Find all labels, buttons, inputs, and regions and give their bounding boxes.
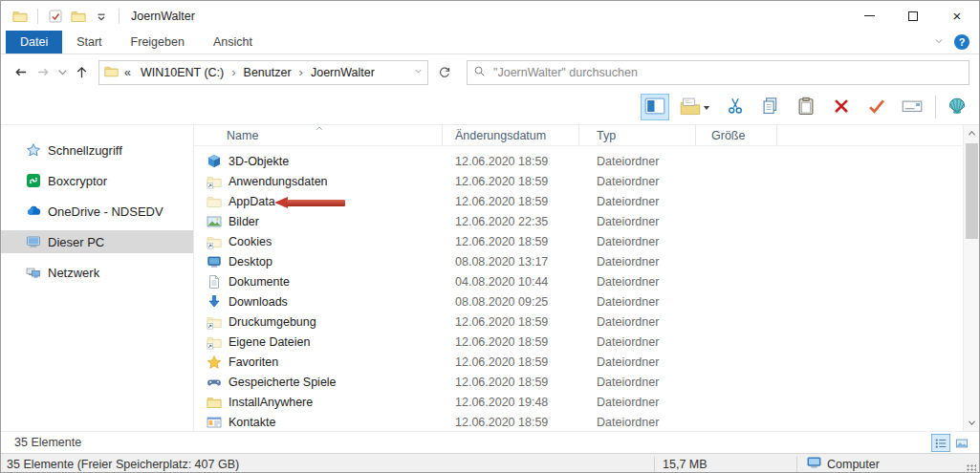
file-row[interactable]: Desktop08.08.2020 13:17Dateiordner xyxy=(194,251,979,271)
sidebar-item-onedrive[interactable]: OneDrive - NDSEDV xyxy=(1,200,193,223)
file-name-cell[interactable]: Bilder xyxy=(194,214,443,229)
search-input[interactable] xyxy=(493,66,963,79)
file-type: Dateiordner xyxy=(579,315,696,329)
objects3d-icon xyxy=(207,154,222,169)
file-row[interactable]: Eigene Dateien12.06.2020 18:59Dateiordne… xyxy=(194,332,979,352)
file-row[interactable]: Anwendungsdaten12.06.2020 18:59Dateiordn… xyxy=(194,171,979,191)
minimize-button[interactable] xyxy=(847,1,891,31)
file-date: 12.06.2020 18:59 xyxy=(443,335,579,349)
details-view-button[interactable] xyxy=(931,434,950,452)
column-header-date[interactable]: Änderungsdatum xyxy=(443,125,579,145)
tab-freigeben[interactable]: Freigeben xyxy=(117,31,199,54)
breadcrumb-item[interactable]: JoernWalter xyxy=(307,66,379,79)
file-row[interactable]: Cookies12.06.2020 18:59Dateiordner xyxy=(194,231,979,251)
file-row[interactable]: Downloads08.08.2020 09:25Dateiordner xyxy=(194,291,979,312)
breadcrumb-separator[interactable]: › xyxy=(295,65,307,79)
rename-button[interactable] xyxy=(898,94,926,120)
file-row[interactable]: 3D-Objekte12.06.2020 18:59Dateiordner xyxy=(194,151,979,171)
file-row[interactable]: Favoriten12.06.2020 18:59Dateiordner xyxy=(194,352,979,372)
classic-shell-button[interactable] xyxy=(943,94,971,120)
dropdown-chevron-icon[interactable] xyxy=(703,100,710,114)
file-name-cell[interactable]: Eigene Dateien xyxy=(194,334,443,350)
minimize-icon xyxy=(864,15,875,16)
breadcrumb-overflow[interactable]: « xyxy=(124,66,131,79)
file-name-cell[interactable]: Gespeicherte Spiele xyxy=(194,375,443,390)
new-folder-qat-icon[interactable] xyxy=(70,8,87,25)
tab-start[interactable]: Start xyxy=(62,31,116,54)
address-dropdown-chevron-icon[interactable] xyxy=(413,66,424,79)
rename-icon xyxy=(902,97,923,118)
file-date: 12.06.2020 18:59 xyxy=(443,315,579,329)
breadcrumb-item[interactable]: WIN10ENT (C:) xyxy=(137,66,228,79)
file-row[interactable]: Kontakte12.06.2020 18:59Dateiordner xyxy=(194,412,979,432)
file-name: 3D-Objekte xyxy=(229,155,289,168)
qat-customize-chevron-icon[interactable] xyxy=(93,8,110,25)
file-name: Kontakte xyxy=(229,416,275,429)
file-row[interactable]: Dokumente04.08.2020 10:44Dateiordner xyxy=(194,271,979,291)
back-button[interactable] xyxy=(9,61,32,84)
app-folder-icon xyxy=(11,8,29,25)
large-icons-view-button[interactable] xyxy=(952,434,971,452)
file-type: Dateiordner xyxy=(579,376,696,389)
delete-button[interactable] xyxy=(827,94,856,120)
scroll-down-arrow[interactable] xyxy=(964,415,980,431)
breadcrumb-separator[interactable]: › xyxy=(228,65,239,79)
file-name-cell[interactable]: Downloads xyxy=(194,294,443,310)
file-date: 12.06.2020 19:48 xyxy=(443,396,579,409)
tab-ansicht[interactable]: Ansicht xyxy=(199,31,267,54)
file-row[interactable]: Bilder12.06.2020 22:35Dateiordner xyxy=(194,211,979,231)
file-name: Desktop xyxy=(229,255,272,269)
file-name-cell[interactable]: Druckumgebung xyxy=(194,314,443,330)
file-name-cell[interactable]: Favoriten xyxy=(194,355,443,370)
file-name-cell[interactable]: InstallAnywhere xyxy=(194,395,443,410)
help-button[interactable]: ? xyxy=(954,34,969,50)
sidebar-item-boxcryptor[interactable]: Boxcryptor xyxy=(1,169,193,192)
sidebar-item-network[interactable]: Netzwerk xyxy=(1,261,193,284)
file-row[interactable]: Druckumgebung12.06.2020 18:59Dateiordner xyxy=(194,312,979,332)
file-name-cell[interactable]: Anwendungsdaten xyxy=(194,174,443,189)
cut-button[interactable] xyxy=(721,94,750,120)
paste-button[interactable] xyxy=(792,94,820,120)
search-icon xyxy=(473,65,486,80)
paste-icon xyxy=(795,97,817,118)
sidebar-item-label: Boxcryptor xyxy=(48,174,107,188)
properties-check-icon[interactable] xyxy=(47,8,64,25)
sidebar-item-quick-access[interactable]: Schnellzugriff xyxy=(1,139,193,161)
vertical-scrollbar[interactable] xyxy=(963,125,979,431)
scrollbar-thumb[interactable] xyxy=(966,143,978,239)
close-button[interactable]: × xyxy=(935,1,979,31)
file-name-cell[interactable]: Desktop xyxy=(194,254,443,269)
column-header-type[interactable]: Typ xyxy=(579,125,696,145)
refresh-button[interactable] xyxy=(432,60,457,85)
sidebar-item-this-pc[interactable]: Dieser PC xyxy=(1,230,193,253)
file-type: Dateiordner xyxy=(579,295,696,309)
sidebar-item-label: Schnellzugriff xyxy=(48,143,122,158)
file-name-cell[interactable]: Dokumente xyxy=(194,274,443,290)
copy-icon xyxy=(760,97,781,118)
new-folder-button[interactable] xyxy=(676,94,714,120)
resize-grip[interactable] xyxy=(967,464,976,473)
forward-button[interactable] xyxy=(32,61,54,84)
toolbar-separator xyxy=(935,96,936,118)
tab-datei[interactable]: Datei xyxy=(6,31,62,54)
maximize-button[interactable] xyxy=(891,1,935,31)
breadcrumb-item[interactable]: Benutzer xyxy=(240,66,295,79)
file-name-cell[interactable]: Cookies xyxy=(194,234,443,249)
column-header-label: Name xyxy=(227,129,258,142)
confirm-check-button[interactable] xyxy=(862,94,891,120)
address-bar[interactable]: « WIN10ENT (C:)›Benutzer›JoernWalter xyxy=(98,60,428,85)
ribbon-tabs: DateiStartFreigebenAnsicht xyxy=(6,31,267,54)
recent-locations-chevron[interactable] xyxy=(54,61,70,84)
file-row[interactable]: Gespeicherte Spiele12.06.2020 18:59Datei… xyxy=(194,372,979,392)
copy-button[interactable] xyxy=(756,94,785,120)
file-row[interactable]: InstallAnywhere12.06.2020 19:48Dateiordn… xyxy=(194,392,979,412)
ribbon-collapse-chevron-icon[interactable] xyxy=(933,35,945,50)
column-header-name[interactable]: Name xyxy=(194,125,443,145)
file-name-cell[interactable]: 3D-Objekte xyxy=(194,154,443,169)
scroll-up-arrow[interactable] xyxy=(964,125,980,141)
divider xyxy=(119,9,120,24)
preview-pane-button[interactable] xyxy=(641,94,669,120)
column-header-size[interactable]: Größe xyxy=(696,125,777,145)
up-button[interactable] xyxy=(70,61,93,84)
file-name-cell[interactable]: Kontakte xyxy=(194,415,443,430)
